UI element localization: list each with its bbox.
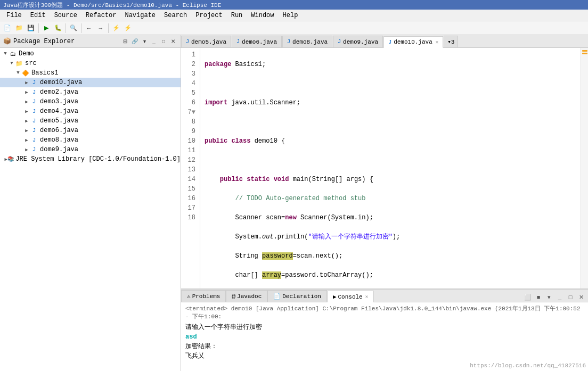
code-line-8: // TODO Auto-generated method stub: [205, 194, 576, 203]
close-pkg-button[interactable]: ✕: [169, 37, 177, 46]
close-panel-button[interactable]: ✕: [576, 292, 586, 302]
tab-problems[interactable]: ⚠ Problems: [181, 290, 226, 302]
toolbar-separator-2: [66, 23, 66, 33]
menu-search[interactable]: Search: [160, 11, 191, 20]
tree-item-jre[interactable]: ▶ 📚 JRE System Library [CDC-1.0/Foundati…: [0, 154, 181, 164]
back-button[interactable]: ←: [84, 23, 94, 34]
java-file-icon-4: J: [30, 107, 38, 116]
line-num-16: 16: [183, 194, 195, 203]
line-num-4: 4: [183, 79, 195, 88]
link-with-editor-button[interactable]: 🔗: [130, 37, 139, 46]
tree-arrow-basics1: ▼: [15, 70, 21, 76]
close-console-icon[interactable]: ✕: [365, 294, 368, 300]
tab-icon-demo6: J: [236, 39, 240, 45]
clear-console-button[interactable]: ⬜: [523, 292, 533, 302]
code-line-3: import java.util.Scanner;: [205, 98, 576, 108]
terminate-button[interactable]: ■: [534, 292, 543, 302]
tab-icon-demo5: J: [186, 39, 189, 45]
tree-arrow-src: ▼: [9, 61, 15, 66]
tree-item-demo4[interactable]: ▶ J demo4.java: [0, 106, 181, 116]
console-icon: ▶: [333, 293, 337, 300]
tree-label-demo2: demo2.java: [40, 88, 78, 96]
line-num-18: 18: [183, 213, 195, 222]
tree-item-demo6[interactable]: ▶ J demo6.java: [0, 126, 181, 135]
gutter-mark-1: [582, 50, 587, 52]
search-button[interactable]: 🔍: [68, 23, 79, 34]
tab-demo9[interactable]: J demo9.java: [333, 36, 383, 47]
menu-project[interactable]: Project: [191, 11, 226, 20]
menu-file[interactable]: File: [2, 11, 26, 20]
tab-console[interactable]: ▶ Console ✕: [327, 291, 374, 302]
tree-item-demo10[interactable]: ▶ J demo10.java: [0, 78, 181, 87]
menu-navigate[interactable]: Navigate: [120, 11, 160, 20]
tab-overflow-button[interactable]: ▾3: [444, 36, 458, 47]
tree-item-demo5[interactable]: ▶ J demo5.java: [0, 116, 181, 126]
menu-help[interactable]: Help: [279, 11, 303, 20]
tab-demo6[interactable]: J demo6.java: [232, 36, 282, 47]
maximize-pkg-button[interactable]: □: [159, 37, 168, 46]
tree-label-demo4: demo4.java: [40, 108, 78, 115]
tab-label-console: Console: [338, 294, 363, 300]
prev-error-button[interactable]: ⚡: [123, 23, 133, 34]
code-content[interactable]: package Basics1; import java.util.Scanne…: [200, 48, 581, 288]
minimize-panel-button[interactable]: _: [555, 292, 565, 302]
collapse-all-button[interactable]: ⊟: [121, 37, 129, 46]
tree-item-demo3[interactable]: ▶ J demo3.java: [0, 97, 181, 106]
bottom-tab-bar: ⚠ Problems @ Javadoc 📄 Declaration ▶ Con…: [181, 290, 588, 302]
title-bar: Java程序设计300例题 - Demo/src/Basics1/demo10.…: [0, 0, 588, 10]
java-file-icon-6: J: [30, 126, 38, 135]
menu-run[interactable]: Run: [227, 11, 247, 20]
run-button[interactable]: ▶: [41, 23, 52, 34]
editor-area: J demo5.java J demo6.java J demo8.java J…: [181, 35, 588, 288]
tab-demo10[interactable]: J demo10.java ✕: [383, 36, 443, 48]
tree-label-demo10: demo10.java: [40, 79, 82, 86]
line-num-17: 17: [183, 203, 195, 213]
forward-button[interactable]: →: [95, 23, 106, 34]
bottom-panel: ⚠ Problems @ Javadoc 📄 Declaration ▶ Con…: [181, 288, 588, 371]
tree-item-basics1[interactable]: ▼ 🔶 Basics1: [0, 68, 181, 78]
line-num-7[interactable]: 7▼: [183, 108, 195, 117]
minimize-pkg-button[interactable]: _: [150, 37, 158, 46]
tab-demo5[interactable]: J demo5.java: [181, 36, 231, 47]
java-file-icon-2: J: [30, 88, 38, 96]
menu-edit[interactable]: Edit: [26, 11, 50, 20]
tab-javadoc[interactable]: @ Javadoc: [226, 290, 267, 302]
tab-demo8[interactable]: J demo8.java: [282, 36, 332, 47]
menu-window[interactable]: Window: [247, 11, 278, 20]
code-line-2: [205, 79, 576, 88]
line-num-2: 2: [183, 60, 195, 69]
next-error-button[interactable]: ⚡: [111, 23, 121, 34]
package-icon: 🔶: [21, 69, 30, 77]
line-num-1: 1: [183, 50, 195, 60]
tree-arrow-demo6: ▶: [23, 128, 30, 134]
line-num-8: 8: [183, 117, 195, 127]
library-icon: 📚: [7, 155, 14, 163]
tree-item-demo8[interactable]: ▶ J demo8.java: [0, 135, 181, 145]
toolbar-separator-4: [108, 23, 109, 33]
src-folder-icon: 📁: [15, 59, 23, 68]
tree-item-dome9[interactable]: ▶ J dome9.java: [0, 145, 181, 154]
menu-refactor[interactable]: Refactor: [81, 11, 121, 20]
debug-button[interactable]: 🐛: [53, 23, 63, 34]
close-tab-icon[interactable]: ✕: [436, 39, 438, 45]
tree-item-demo2[interactable]: ▶ J demo2.java: [0, 87, 181, 97]
pkg-view-menu-button[interactable]: ▾: [140, 37, 149, 46]
new-button[interactable]: 📄: [2, 23, 13, 34]
tab-label-demo5: demo5.java: [191, 39, 226, 45]
toolbar-separator-3: [81, 23, 81, 33]
tab-label-demo9: demo9.java: [343, 39, 378, 45]
tab-label-demo6: demo6.java: [242, 39, 277, 45]
menu-source[interactable]: Source: [50, 11, 81, 20]
open-button[interactable]: 📁: [14, 23, 24, 34]
console-menu-button[interactable]: ▾: [544, 292, 554, 302]
maximize-panel-button[interactable]: □: [566, 292, 575, 302]
tab-declaration[interactable]: 📄 Declaration: [267, 290, 327, 302]
java-file-icon-8: J: [30, 136, 38, 144]
package-explorer-icon: 📦: [3, 37, 11, 45]
save-button[interactable]: 💾: [26, 23, 36, 34]
tree-item-demo[interactable]: ▼ 🗂 Demo: [0, 49, 181, 59]
tree-item-src[interactable]: ▼ 📁 src: [0, 59, 181, 68]
tree-label-demo5: demo5.java: [40, 117, 78, 125]
tree-arrow-demo3: ▶: [23, 99, 30, 105]
toolbar-separator-1: [38, 23, 39, 33]
